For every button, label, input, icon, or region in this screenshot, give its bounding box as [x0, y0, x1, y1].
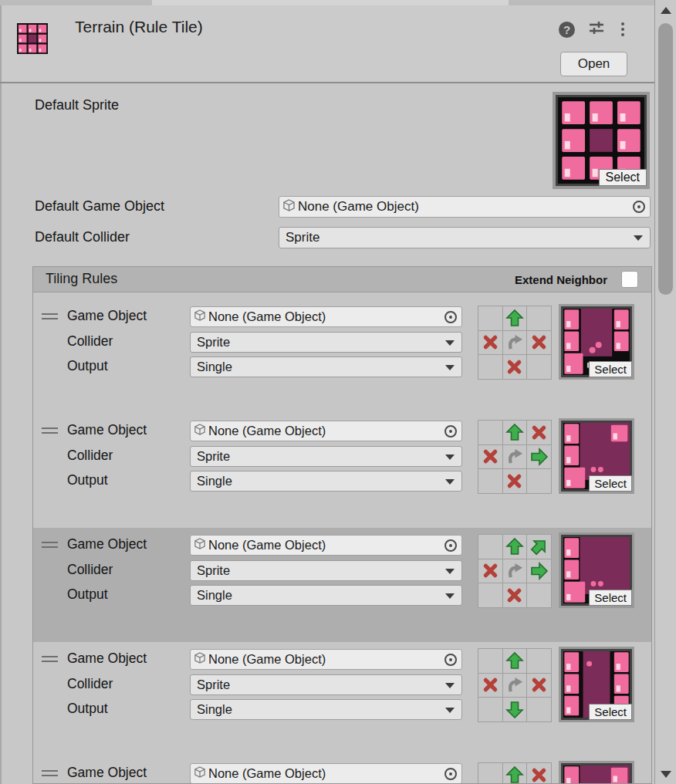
rule-collider-dropdown[interactable]: Sprite — [190, 446, 462, 467]
rule-sprite-preview[interactable]: Select — [559, 647, 634, 722]
xmark-icon[interactable] — [503, 355, 527, 379]
rule-sprite-select-button[interactable]: Select — [589, 361, 632, 377]
rotate-icon[interactable] — [503, 674, 527, 698]
game-object-label: Game Object — [67, 536, 147, 553]
arrow-upright-icon[interactable] — [527, 535, 551, 559]
extend-neighbor-checkbox[interactable] — [621, 271, 638, 288]
object-picker-icon[interactable] — [444, 768, 457, 780]
xmark-icon[interactable] — [478, 559, 502, 583]
default-game-object-field[interactable]: None (Game Object) — [279, 196, 651, 218]
rule-game-object-field[interactable]: None (Game Object) — [190, 535, 462, 556]
tiling-rule-row: Game Object Collider Output None (Game O… — [33, 414, 651, 528]
cube-icon — [194, 309, 205, 324]
empty-neighbor-cell[interactable] — [478, 763, 502, 784]
xmark-icon[interactable] — [503, 469, 527, 493]
arrow-right-icon[interactable] — [527, 445, 551, 469]
arrow-up-icon[interactable] — [503, 535, 527, 559]
chevron-down-icon — [445, 708, 455, 713]
empty-neighbor-cell[interactable] — [527, 698, 551, 721]
rule-collider-dropdown[interactable]: Sprite — [190, 560, 462, 581]
chevron-down-icon — [445, 365, 455, 370]
chevron-down-icon — [445, 569, 455, 574]
rotate-icon[interactable] — [503, 559, 527, 583]
drag-handle[interactable] — [42, 427, 58, 435]
drag-handle[interactable] — [42, 542, 58, 549]
arrow-up-icon[interactable] — [503, 306, 527, 330]
scroll-up-icon[interactable] — [661, 7, 671, 14]
empty-neighbor-cell[interactable] — [478, 649, 502, 673]
rule-sprite-select-button[interactable]: Select — [589, 590, 632, 606]
empty-neighbor-cell[interactable] — [478, 469, 502, 493]
rule-output-dropdown[interactable]: Single — [190, 357, 462, 377]
object-picker-icon[interactable] — [444, 425, 457, 438]
scroll-down-icon[interactable] — [661, 771, 671, 778]
rotate-icon[interactable] — [503, 445, 527, 469]
object-picker-icon[interactable] — [444, 654, 457, 666]
rule-game-object-field[interactable]: None (Game Object) — [190, 421, 462, 441]
arrow-up-icon[interactable] — [503, 421, 527, 444]
empty-neighbor-cell[interactable] — [527, 469, 551, 493]
vertical-scrollbar[interactable] — [654, 0, 676, 784]
rule-output-dropdown[interactable]: Single — [190, 471, 462, 492]
tiling-rule-row: Game Object Collider Output None (Game O… — [33, 528, 651, 642]
rule-output-dropdown[interactable]: Single — [190, 585, 462, 606]
neighbor-rule-grid — [478, 306, 552, 380]
cube-icon — [194, 424, 205, 438]
xmark-icon[interactable] — [527, 763, 551, 784]
collider-label: Collider — [67, 676, 113, 692]
help-icon[interactable]: ? — [559, 22, 575, 38]
rule-sprite-select-button[interactable]: Select — [589, 704, 632, 720]
xmark-icon[interactable] — [503, 583, 527, 607]
xmark-icon[interactable] — [478, 674, 502, 698]
rule-sprite-preview[interactable]: Select — [559, 418, 634, 494]
drag-handle[interactable] — [42, 770, 58, 778]
default-sprite-preview[interactable]: Select — [553, 92, 650, 189]
arrow-down-icon[interactable] — [503, 698, 527, 721]
presets-icon[interactable] — [588, 19, 605, 39]
tiling-rules-title: Tiling Rules — [46, 271, 117, 287]
rule-sprite-preview[interactable]: Select — [559, 532, 634, 608]
rule-sprite-preview[interactable]: Select — [559, 761, 634, 784]
empty-neighbor-cell[interactable] — [527, 583, 551, 607]
object-picker-icon[interactable] — [633, 201, 645, 213]
scrollbar-thumb[interactable] — [658, 23, 673, 295]
arrow-right-icon[interactable] — [527, 559, 551, 583]
empty-neighbor-cell[interactable] — [478, 698, 502, 721]
drag-handle[interactable] — [42, 313, 58, 321]
window-top-edge — [0, 0, 676, 5]
rule-game-object-field[interactable]: None (Game Object) — [190, 306, 462, 327]
rule-collider-dropdown[interactable]: Sprite — [190, 674, 462, 695]
empty-neighbor-cell[interactable] — [478, 535, 502, 559]
xmark-icon[interactable] — [527, 674, 551, 698]
rule-game-object-field[interactable]: None (Game Object) — [190, 763, 462, 784]
empty-neighbor-cell[interactable] — [527, 355, 551, 379]
rule-output-dropdown[interactable]: Single — [190, 699, 462, 720]
xmark-icon[interactable] — [478, 331, 502, 355]
rule-collider-dropdown[interactable]: Sprite — [190, 332, 462, 353]
empty-neighbor-cell[interactable] — [527, 649, 551, 673]
empty-neighbor-cell[interactable] — [527, 306, 551, 330]
empty-neighbor-cell[interactable] — [478, 421, 502, 444]
chevron-down-icon — [634, 235, 643, 241]
arrow-up-icon[interactable] — [503, 649, 527, 673]
drag-handle[interactable] — [42, 656, 58, 664]
object-picker-icon[interactable] — [444, 311, 457, 323]
default-collider-dropdown[interactable]: Sprite — [279, 227, 651, 248]
empty-neighbor-cell[interactable] — [478, 583, 502, 607]
default-collider-value: Sprite — [286, 230, 319, 245]
xmark-icon[interactable] — [478, 445, 502, 469]
output-label: Output — [67, 472, 108, 488]
xmark-icon[interactable] — [527, 421, 551, 444]
arrow-up-icon[interactable] — [503, 763, 527, 784]
rule-game-object-field[interactable]: None (Game Object) — [190, 649, 462, 670]
rule-sprite-preview[interactable]: Select — [559, 304, 634, 380]
rule-sprite-select-button[interactable]: Select — [589, 475, 632, 492]
object-picker-icon[interactable] — [444, 539, 457, 552]
rotate-icon[interactable] — [503, 331, 527, 355]
kebab-menu-icon[interactable] — [618, 22, 627, 37]
empty-neighbor-cell[interactable] — [478, 306, 502, 330]
xmark-icon[interactable] — [527, 331, 551, 355]
default-sprite-select-button[interactable]: Select — [599, 169, 647, 186]
open-button[interactable]: Open — [560, 52, 627, 76]
empty-neighbor-cell[interactable] — [478, 355, 502, 379]
